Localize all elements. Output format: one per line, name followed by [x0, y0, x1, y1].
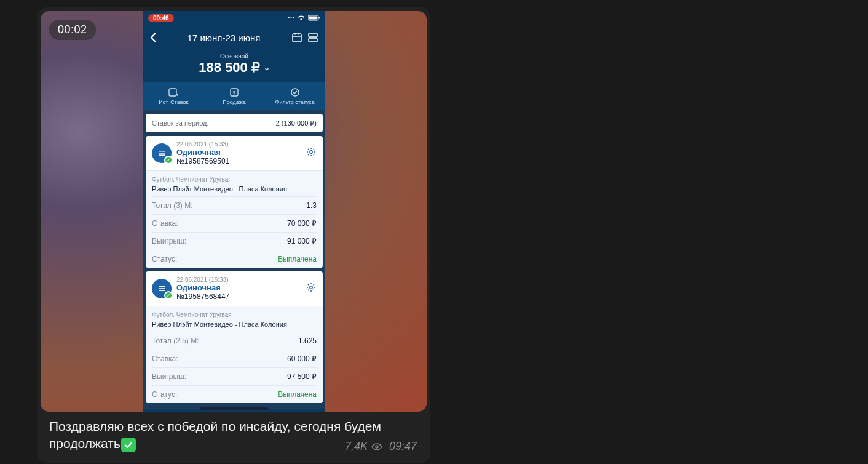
svg-rect-1: [309, 17, 318, 20]
home-indicator: [200, 407, 268, 410]
svg-rect-7: [309, 33, 317, 37]
tab-label: Продажа: [223, 99, 246, 105]
message-bubble[interactable]: 00:02 09:46: [37, 7, 430, 463]
row-status: Статус: Выплачена: [152, 250, 317, 268]
league-name: Футбол. Чемпионат Уругвая: [152, 175, 317, 184]
row-stake: Ставка: 70 000 ₽: [152, 215, 317, 233]
date-range-title[interactable]: 17 июня-23 июня: [160, 33, 287, 43]
checkmark-emoji: [121, 438, 136, 452]
gear-icon[interactable]: [306, 146, 317, 160]
tab-history[interactable]: Ист. Ставок: [143, 82, 204, 110]
check-icon: ✓: [164, 156, 173, 164]
svg-text:$: $: [233, 90, 236, 95]
row-win: Выигрыш: 97 500 ₽: [152, 368, 317, 386]
gear-icon[interactable]: [306, 282, 317, 295]
match-name: Ривер Плэйт Монтевидео - Пласа Колония: [152, 319, 317, 332]
bet-type-icon: ✓: [152, 279, 172, 298]
svg-rect-9: [169, 89, 176, 96]
svg-rect-8: [309, 38, 317, 42]
chevron-down-icon: ⌄: [264, 63, 270, 72]
tab-label: Ист. Ставок: [159, 99, 188, 105]
period-value: 2 (130 000 ₽): [276, 119, 317, 127]
cellular-icon: [288, 14, 294, 22]
svg-rect-3: [293, 34, 301, 42]
check-icon: ✓: [164, 291, 173, 300]
bet-type-label: Одиночная: [176, 148, 229, 157]
bets-list: Ставок за период: 2 (130 000 ₽) ✓: [143, 110, 325, 409]
svg-rect-2: [319, 17, 320, 19]
bet-body: Футбол. Чемпионат Уругвая Ривер Плэйт Мо…: [146, 170, 323, 268]
bet-body: Футбол. Чемпионат Уругвая Ривер Плэйт Мо…: [146, 306, 323, 403]
tabs-row: Ист. Ставок $ Продажа Фильтр статуса: [143, 82, 325, 110]
tab-filter[interactable]: Фильтр статуса: [264, 82, 325, 110]
message-caption-row: Поздравляю всех с победой по инсайду, се…: [41, 412, 427, 459]
svg-rect-21: [159, 290, 165, 291]
message-meta: 7,4K 09:47: [345, 439, 417, 454]
bet-number: №19587568447: [176, 292, 229, 301]
svg-rect-20: [159, 288, 165, 289]
bet-card[interactable]: ✓ 22.06.2021 (15:33) Одиночная №19587569…: [146, 136, 323, 268]
wifi-icon: [297, 15, 306, 21]
tab-sale[interactable]: $ Продажа: [204, 82, 265, 110]
row-win: Выигрыш: 91 000 ₽: [152, 233, 317, 250]
svg-rect-19: [159, 286, 165, 287]
bet-header: ✓ 22.06.2021 (15:33) Одиночная №19587569…: [146, 136, 323, 170]
phone-screenshot: 09:46 17 июня-23 ию: [143, 11, 325, 412]
eye-icon: [371, 442, 383, 451]
account-balance-block[interactable]: Основной 188 500 ₽ ⌄: [143, 50, 325, 82]
back-button[interactable]: [149, 32, 157, 43]
account-amount[interactable]: 188 500 ₽ ⌄: [199, 60, 270, 76]
calendar-icon[interactable]: [291, 32, 303, 43]
bet-date: 22.06.2021 (15:33): [176, 276, 229, 283]
battery-icon: [308, 15, 320, 21]
svg-point-23: [376, 446, 378, 448]
svg-rect-16: [159, 153, 165, 154]
bet-header: ✓ 22.06.2021 (15:33) Одиночная №19587568…: [146, 271, 323, 306]
bet-card[interactable]: ✓ 22.06.2021 (15:33) Одиночная №19587568…: [146, 271, 323, 403]
message-time: 09:47: [389, 439, 417, 454]
league-name: Футбол. Чемпионат Уругвая: [152, 310, 317, 319]
period-label: Ставок за период:: [152, 119, 209, 127]
video-attachment[interactable]: 00:02 09:46: [41, 11, 427, 412]
row-market: Тотал (2.5) М: 1.625: [152, 332, 317, 350]
svg-rect-17: [159, 154, 165, 156]
bet-date: 22.06.2021 (15:33): [176, 141, 229, 148]
svg-rect-15: [159, 151, 165, 152]
app-navbar: 17 июня-23 июня: [143, 25, 325, 50]
message-text: Поздравляю всех с победой по инсайду, се…: [49, 419, 381, 450]
view-count: 7,4K: [345, 439, 383, 454]
account-label: Основной: [143, 53, 325, 60]
status-time-pill: 09:46: [148, 14, 174, 22]
svg-point-14: [291, 89, 299, 96]
bet-type-icon: ✓: [152, 143, 172, 163]
bet-type-label: Одиночная: [176, 283, 229, 292]
row-stake: Ставка: 60 000 ₽: [152, 350, 317, 368]
bet-number: №19587569501: [176, 157, 229, 166]
match-name: Ривер Плэйт Монтевидео - Пласа Колония: [152, 184, 317, 197]
row-market: Тотал (3) М: 1.3: [152, 197, 317, 215]
svg-point-18: [310, 151, 312, 153]
status-bar: 09:46: [143, 11, 325, 25]
svg-point-22: [310, 286, 312, 289]
video-duration-badge: 00:02: [49, 20, 96, 40]
layout-toggle-icon[interactable]: [307, 32, 319, 43]
row-status: Статус: Выплачена: [152, 386, 317, 403]
period-summary: Ставок за период: 2 (130 000 ₽): [146, 114, 323, 132]
telegram-message: 00:02 09:46: [37, 7, 430, 463]
tab-label: Фильтр статуса: [275, 99, 315, 105]
